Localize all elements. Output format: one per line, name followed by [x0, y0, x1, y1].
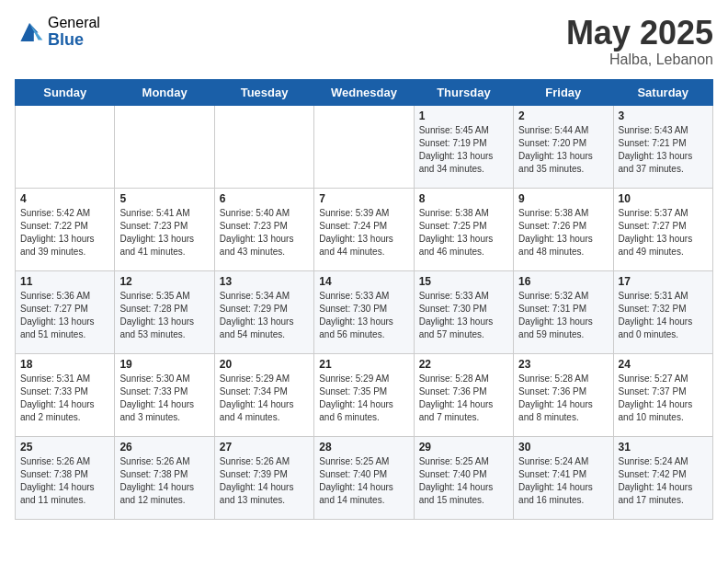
day-info: Sunrise: 5:36 AM Sunset: 7:27 PM Dayligh… [20, 290, 109, 341]
calendar-cell [214, 105, 313, 188]
day-info: Sunrise: 5:33 AM Sunset: 7:30 PM Dayligh… [319, 290, 408, 341]
day-number: 13 [220, 275, 309, 288]
day-info: Sunrise: 5:44 AM Sunset: 7:20 PM Dayligh… [518, 124, 608, 176]
day-info: Sunrise: 5:26 AM Sunset: 7:38 PM Dayligh… [119, 455, 209, 507]
day-info: Sunrise: 5:24 AM Sunset: 7:41 PM Dayligh… [518, 455, 608, 507]
day-number: 15 [419, 275, 508, 288]
day-info: Sunrise: 5:26 AM Sunset: 7:38 PM Dayligh… [20, 455, 109, 507]
calendar-cell: 11Sunrise: 5:36 AM Sunset: 7:27 PM Dayli… [16, 270, 115, 353]
day-info: Sunrise: 5:29 AM Sunset: 7:34 PM Dayligh… [220, 373, 309, 424]
calendar-cell: 18Sunrise: 5:31 AM Sunset: 7:33 PM Dayli… [16, 353, 115, 436]
day-number: 9 [518, 192, 608, 205]
calendar-cell: 9Sunrise: 5:38 AM Sunset: 7:26 PM Daylig… [514, 188, 613, 270]
logo-text: General Blue [48, 15, 100, 49]
day-number: 16 [518, 275, 608, 288]
day-number: 6 [220, 192, 309, 205]
day-number: 10 [619, 192, 708, 205]
day-number: 29 [419, 441, 508, 454]
calendar-cell: 25Sunrise: 5:26 AM Sunset: 7:38 PM Dayli… [16, 436, 115, 519]
day-info: Sunrise: 5:37 AM Sunset: 7:27 PM Dayligh… [619, 207, 708, 259]
calendar-week-row: 18Sunrise: 5:31 AM Sunset: 7:33 PM Dayli… [16, 353, 713, 436]
calendar-cell: 12Sunrise: 5:35 AM Sunset: 7:28 PM Dayli… [115, 270, 214, 353]
day-number: 28 [319, 441, 408, 454]
day-info: Sunrise: 5:26 AM Sunset: 7:39 PM Dayligh… [220, 455, 309, 507]
logo-general: General [48, 15, 100, 31]
day-info: Sunrise: 5:28 AM Sunset: 7:36 PM Dayligh… [518, 373, 608, 424]
calendar-cell: 16Sunrise: 5:32 AM Sunset: 7:31 PM Dayli… [514, 270, 613, 353]
day-number: 27 [220, 441, 309, 454]
calendar-cell [314, 105, 414, 188]
calendar-cell: 6Sunrise: 5:40 AM Sunset: 7:23 PM Daylig… [214, 188, 313, 270]
day-number: 24 [619, 358, 708, 371]
title-block: May 2025 Halba, Lebanon [566, 15, 713, 68]
calendar-cell: 27Sunrise: 5:26 AM Sunset: 7:39 PM Dayli… [214, 436, 313, 519]
calendar-cell: 23Sunrise: 5:28 AM Sunset: 7:36 PM Dayli… [514, 353, 613, 436]
day-info: Sunrise: 5:38 AM Sunset: 7:25 PM Dayligh… [419, 207, 508, 259]
day-number: 3 [619, 109, 708, 122]
day-number: 21 [319, 358, 408, 371]
calendar-table: SundayMondayTuesdayWednesdayThursdayFrid… [15, 79, 713, 520]
day-info: Sunrise: 5:25 AM Sunset: 7:40 PM Dayligh… [419, 455, 508, 507]
calendar-cell: 17Sunrise: 5:31 AM Sunset: 7:32 PM Dayli… [613, 270, 712, 353]
day-info: Sunrise: 5:28 AM Sunset: 7:36 PM Dayligh… [419, 373, 508, 424]
day-number: 17 [619, 275, 708, 288]
day-number: 22 [419, 358, 508, 371]
day-number: 31 [619, 441, 708, 454]
calendar-cell: 15Sunrise: 5:33 AM Sunset: 7:30 PM Dayli… [414, 270, 513, 353]
day-info: Sunrise: 5:43 AM Sunset: 7:21 PM Dayligh… [619, 124, 708, 176]
calendar-week-row: 4Sunrise: 5:42 AM Sunset: 7:22 PM Daylig… [16, 188, 713, 270]
calendar-cell: 29Sunrise: 5:25 AM Sunset: 7:40 PM Dayli… [414, 436, 513, 519]
day-number: 2 [518, 109, 608, 122]
calendar-cell: 5Sunrise: 5:41 AM Sunset: 7:23 PM Daylig… [115, 188, 214, 270]
calendar-cell: 14Sunrise: 5:33 AM Sunset: 7:30 PM Dayli… [314, 270, 414, 353]
day-info: Sunrise: 5:45 AM Sunset: 7:19 PM Dayligh… [419, 124, 508, 176]
page-header: General Blue May 2025 Halba, Lebanon [15, 15, 713, 68]
calendar-cell: 30Sunrise: 5:24 AM Sunset: 7:41 PM Dayli… [514, 436, 613, 519]
calendar-cell: 7Sunrise: 5:39 AM Sunset: 7:24 PM Daylig… [314, 188, 414, 270]
day-number: 14 [319, 275, 408, 288]
location: Halba, Lebanon [566, 52, 713, 68]
day-number: 20 [220, 358, 309, 371]
calendar-cell: 4Sunrise: 5:42 AM Sunset: 7:22 PM Daylig… [16, 188, 115, 270]
day-number: 25 [20, 441, 109, 454]
calendar-header-thursday: Thursday [414, 79, 513, 105]
calendar-cell: 2Sunrise: 5:44 AM Sunset: 7:20 PM Daylig… [514, 105, 613, 188]
day-info: Sunrise: 5:32 AM Sunset: 7:31 PM Dayligh… [518, 290, 608, 341]
calendar-header-tuesday: Tuesday [214, 79, 313, 105]
calendar-cell: 3Sunrise: 5:43 AM Sunset: 7:21 PM Daylig… [613, 105, 712, 188]
day-info: Sunrise: 5:31 AM Sunset: 7:33 PM Dayligh… [20, 373, 109, 424]
day-info: Sunrise: 5:42 AM Sunset: 7:22 PM Dayligh… [20, 207, 109, 259]
day-number: 18 [20, 358, 109, 371]
day-info: Sunrise: 5:30 AM Sunset: 7:33 PM Dayligh… [119, 373, 209, 424]
calendar-cell [115, 105, 214, 188]
day-number: 12 [119, 275, 209, 288]
calendar-week-row: 11Sunrise: 5:36 AM Sunset: 7:27 PM Dayli… [16, 270, 713, 353]
calendar-header-wednesday: Wednesday [314, 79, 414, 105]
day-info: Sunrise: 5:38 AM Sunset: 7:26 PM Dayligh… [518, 207, 608, 259]
day-info: Sunrise: 5:31 AM Sunset: 7:32 PM Dayligh… [619, 290, 708, 341]
calendar-cell: 13Sunrise: 5:34 AM Sunset: 7:29 PM Dayli… [214, 270, 313, 353]
day-number: 7 [319, 192, 408, 205]
logo: General Blue [15, 15, 100, 49]
day-number: 1 [419, 109, 508, 122]
day-number: 23 [518, 358, 608, 371]
calendar-cell [16, 105, 115, 188]
calendar-cell: 21Sunrise: 5:29 AM Sunset: 7:35 PM Dayli… [314, 353, 414, 436]
day-info: Sunrise: 5:40 AM Sunset: 7:23 PM Dayligh… [220, 207, 309, 259]
calendar-cell: 26Sunrise: 5:26 AM Sunset: 7:38 PM Dayli… [115, 436, 214, 519]
calendar-week-row: 25Sunrise: 5:26 AM Sunset: 7:38 PM Dayli… [16, 436, 713, 519]
calendar-cell: 31Sunrise: 5:24 AM Sunset: 7:42 PM Dayli… [613, 436, 712, 519]
day-info: Sunrise: 5:29 AM Sunset: 7:35 PM Dayligh… [319, 373, 408, 424]
calendar-cell: 28Sunrise: 5:25 AM Sunset: 7:40 PM Dayli… [314, 436, 414, 519]
day-number: 26 [119, 441, 209, 454]
calendar-cell: 8Sunrise: 5:38 AM Sunset: 7:25 PM Daylig… [414, 188, 513, 270]
day-number: 5 [119, 192, 209, 205]
day-number: 30 [518, 441, 608, 454]
day-number: 4 [20, 192, 109, 205]
calendar-header-monday: Monday [115, 79, 214, 105]
calendar-header-saturday: Saturday [613, 79, 712, 105]
calendar-week-row: 1Sunrise: 5:45 AM Sunset: 7:19 PM Daylig… [16, 105, 713, 188]
calendar-header-sunday: Sunday [16, 79, 115, 105]
day-info: Sunrise: 5:25 AM Sunset: 7:40 PM Dayligh… [319, 455, 408, 507]
month-title: May 2025 [566, 15, 713, 52]
